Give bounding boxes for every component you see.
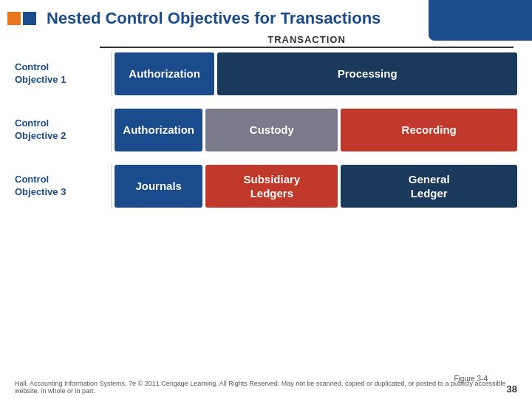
page: Nested Control Objectives for Transactio…: [0, 0, 532, 399]
objective-row-1: Control Objective 1 Authorization Proces…: [15, 52, 517, 95]
cell-authorization-2: Authorization: [115, 109, 202, 151]
divider-2: [111, 109, 112, 151]
blue-corner-bar: [429, 0, 532, 41]
cells-row-1: Authorization Processing: [115, 52, 517, 95]
cells-row-2: Authorization Custody Recording: [115, 109, 517, 151]
main-content: TRANSACTION Control Objective 1 Authoriz…: [0, 34, 532, 208]
cell-authorization-1: Authorization: [115, 52, 214, 95]
cells-row-3: Journals SubsidiaryLedgers GeneralLedger: [115, 165, 517, 208]
divider-1: [111, 52, 112, 95]
logo-square-blue: [23, 12, 36, 25]
cell-recording: Recording: [341, 109, 517, 151]
cell-subsidiary-ledgers: SubsidiaryLedgers: [205, 165, 338, 208]
objective-row-3: Control Objective 3 Journals SubsidiaryL…: [15, 165, 517, 208]
divider-3: [111, 165, 112, 208]
cell-custody: Custody: [205, 109, 338, 151]
logo: [7, 12, 36, 25]
footer-citation: Hall, Accounting Information Systems, 7e…: [0, 380, 532, 395]
page-title: Nested Control Objectives for Transactio…: [47, 9, 381, 28]
logo-square-orange: [7, 12, 21, 25]
cell-journals: Journals: [115, 165, 202, 208]
objective-2-label: Control Objective 2: [15, 117, 111, 143]
objective-1-label: Control Objective 1: [15, 61, 111, 86]
cell-general-ledger: GeneralLedger: [341, 165, 517, 208]
objective-3-label: Control Objective 3: [15, 174, 111, 199]
objective-row-2: Control Objective 2 Authorization Custod…: [15, 109, 517, 151]
cell-processing: Processing: [217, 52, 517, 95]
